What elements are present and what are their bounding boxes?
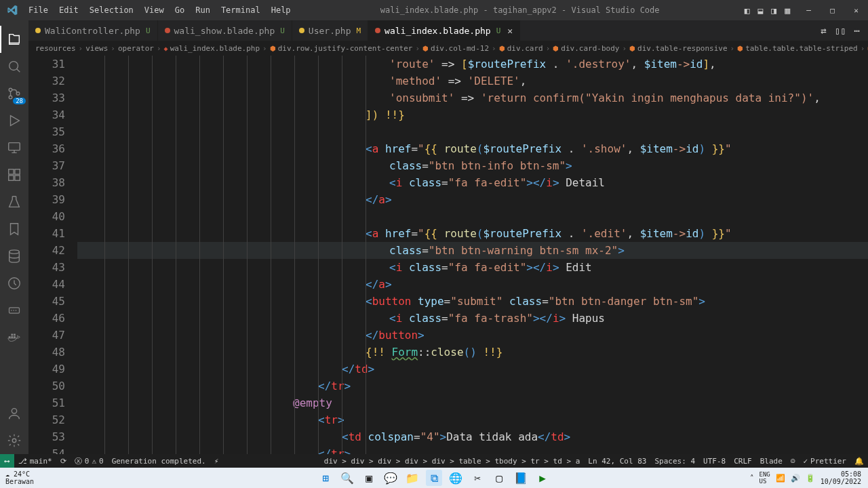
code-line-40[interactable] [77, 208, 868, 225]
bookmark-icon[interactable] [0, 216, 28, 243]
terminal-taskbar-icon[interactable]: ▢ [491, 470, 507, 486]
testing-icon[interactable] [0, 188, 28, 216]
database-icon[interactable] [0, 243, 28, 270]
code-line-37[interactable]: class="btn btn-info btn-sm"> [77, 157, 868, 174]
code-line-34[interactable]: ]) !!} [77, 106, 868, 123]
crumb-3[interactable]: ◆wali_index.blade.php [164, 44, 260, 53]
explorer-icon[interactable] [0, 26, 28, 53]
git-branch[interactable]: ⎇ main* [14, 454, 56, 468]
crumb-1[interactable]: views [85, 44, 108, 53]
code-line-32[interactable]: 'method' => 'DELETE', [77, 73, 868, 89]
eol[interactable]: CRLF [730, 457, 756, 466]
language-mode[interactable]: Blade [756, 457, 787, 466]
tab-WaliController-php[interactable]: WaliController.phpU [28, 20, 158, 41]
app-icon[interactable]: ▶ [534, 470, 551, 486]
live-icon[interactable]: ⚡ [210, 454, 223, 468]
history-icon[interactable] [0, 270, 28, 297]
layout-grid-icon[interactable]: ▦ [785, 5, 790, 16]
minimize-icon[interactable]: ─ [797, 2, 821, 19]
code-line-46[interactable]: <i class="fa fa-trash"></i> Hapus [77, 310, 868, 327]
docker-icon[interactable] [0, 324, 28, 351]
chrome-icon[interactable]: 🌐 [448, 470, 464, 486]
code-line-38[interactable]: <i class="fa fa-edit"></i> Detail [77, 174, 868, 191]
crumb-7[interactable]: ⬢div.card-body [553, 44, 619, 53]
panel-right-icon[interactable]: ◨ [771, 5, 776, 16]
compare-icon[interactable]: ⇄ [821, 25, 826, 36]
code-line-41[interactable]: <a href="{{ route($routePrefix . '.edit'… [77, 225, 868, 242]
settings-gear-icon[interactable] [0, 427, 28, 454]
remote-explorer-icon[interactable] [0, 134, 28, 161]
snip-icon[interactable]: ✂ [469, 470, 486, 486]
crumb-9[interactable]: ⬢table.table.table-striped [737, 44, 858, 53]
crumb-5[interactable]: ⬢div.col-md-12 [422, 44, 489, 53]
start-icon[interactable]: ⊞ [317, 470, 334, 486]
problems[interactable]: ⓧ 0 ⚠ 0 [71, 454, 108, 468]
notifications-icon[interactable]: 🔔 [850, 457, 868, 466]
code-line-54[interactable]: </tr> [77, 445, 868, 454]
crumb-8[interactable]: ⬢div.table-responsive [629, 44, 727, 53]
wifi-icon[interactable]: 📶 [776, 474, 785, 483]
clock[interactable]: 05:08 10/09/2022 [821, 470, 861, 485]
code-line-39[interactable]: </a> [77, 191, 868, 208]
code-line-52[interactable]: <tr> [77, 411, 868, 428]
crumb-4[interactable]: ⬢div.row.justify-content-center [270, 44, 413, 53]
code-content[interactable]: 'route' => [$routePrefix . '.destroy', $… [77, 56, 868, 454]
menu-file[interactable]: File [24, 3, 53, 18]
code-line-31[interactable]: 'route' => [$routePrefix . '.destroy', $… [77, 56, 868, 73]
menu-terminal[interactable]: Terminal [216, 3, 265, 18]
taskview-icon[interactable]: ▣ [361, 470, 377, 486]
panel-left-icon[interactable]: ◧ [745, 5, 750, 16]
crumb-0[interactable]: resources [35, 44, 76, 53]
crumb-6[interactable]: ⬢div.card [499, 44, 543, 53]
editor-area[interactable]: 3132333435363738394041424344454647484950… [28, 56, 868, 454]
whatsapp-icon[interactable]: 💬 [382, 470, 399, 486]
word-icon[interactable]: 📘 [513, 470, 529, 486]
remote-indicator[interactable]: ⟷ [0, 454, 14, 468]
close-tab-icon[interactable]: ✕ [507, 26, 513, 36]
menu-view[interactable]: View [140, 3, 169, 18]
code-line-42[interactable]: class="btn btn-warning btn-sm mx-2"> [77, 242, 868, 259]
menu-go[interactable]: Go [170, 3, 189, 18]
code-line-35[interactable] [77, 123, 868, 140]
sync-icon[interactable]: ⟳ [56, 454, 71, 468]
code-line-33[interactable]: 'onsubmit' => 'return confirm("Yakin ing… [77, 89, 868, 106]
weather-widget[interactable]: ☁ 24°C Berawan [0, 470, 34, 485]
tab-wali_show-blade-php[interactable]: wali_show.blade.phpU [158, 20, 292, 41]
code-line-51[interactable]: @empty [77, 394, 868, 411]
vscode-taskbar-icon[interactable]: ⧉ [426, 470, 442, 486]
menu-selection[interactable]: Selection [85, 3, 138, 18]
maximize-icon[interactable]: □ [821, 2, 844, 19]
api-icon[interactable] [0, 297, 28, 324]
split-icon[interactable]: ▯▯ [835, 25, 846, 36]
code-line-44[interactable]: </a> [77, 276, 868, 293]
extensions-icon[interactable] [0, 161, 28, 188]
volume-icon[interactable]: 🔊 [791, 474, 800, 483]
prettier[interactable]: ✓ Prettier [799, 457, 850, 466]
code-line-53[interactable]: <td colspan="4">Data tidak ada</td> [77, 428, 868, 445]
menu-run[interactable]: Run [191, 3, 215, 18]
code-line-50[interactable]: </tr> [77, 378, 868, 394]
encoding[interactable]: UTF-8 [699, 457, 730, 466]
search-icon[interactable] [0, 53, 28, 80]
close-icon[interactable]: ✕ [844, 2, 868, 19]
menu-help[interactable]: Help [267, 3, 296, 18]
menu-edit[interactable]: Edit [54, 3, 83, 18]
code-line-48[interactable]: {!! Form::close() !!} [77, 344, 868, 361]
explorer-folder-icon[interactable]: 📁 [404, 470, 420, 486]
source-control-icon[interactable]: 28 [0, 80, 28, 107]
indentation[interactable]: Spaces: 4 [650, 457, 699, 466]
breadcrumb[interactable]: resources›views›operator›◆wali_index.bla… [28, 41, 868, 56]
tab-wali_index-blade-php[interactable]: wali_index.blade.phpU✕ [368, 20, 520, 41]
selector-path[interactable]: div > div > div > div > div > table > tb… [320, 457, 585, 466]
code-line-49[interactable]: </td> [77, 361, 868, 378]
battery-icon[interactable]: 🔋 [806, 474, 815, 483]
tray-chevron-icon[interactable]: ˄ [750, 474, 754, 483]
lang-indicator[interactable]: ENGUS [760, 471, 770, 485]
debug-icon[interactable] [0, 107, 28, 134]
panel-bottom-icon[interactable]: ⬓ [758, 5, 764, 16]
cursor-position[interactable]: Ln 42, Col 83 [584, 457, 650, 466]
account-icon[interactable] [0, 400, 28, 427]
crumb-2[interactable]: operator [118, 44, 154, 53]
code-line-36[interactable]: <a href="{{ route($routePrefix . '.show'… [77, 140, 868, 157]
taskbar-search-icon[interactable]: 🔍 [339, 470, 355, 486]
